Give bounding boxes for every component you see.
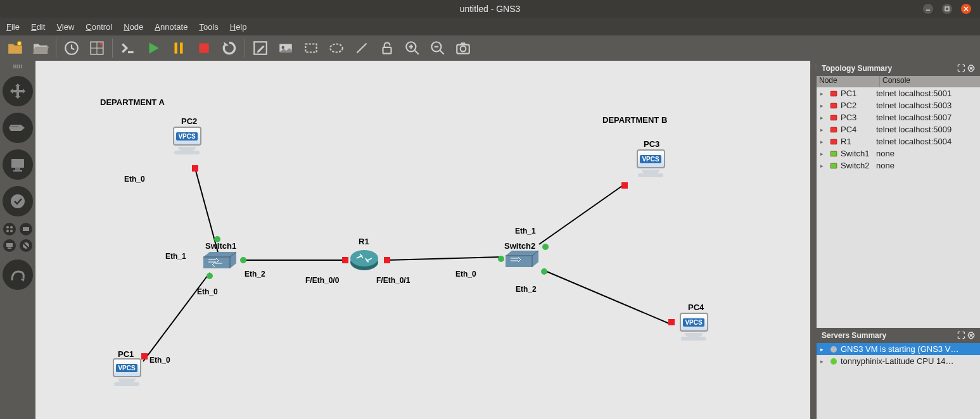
all-devices-icon[interactable]: [3, 223, 16, 235]
open-project-icon[interactable]: [28, 37, 53, 59]
topology-summary-header[interactable]: Topology Summary ⛶⮾: [817, 61, 980, 76]
table-row[interactable]: ▸PC4telnet localhost:5009: [817, 123, 980, 135]
minimize-button[interactable]: [923, 4, 933, 14]
node-pc3[interactable]: VPCS: [632, 149, 669, 185]
svg-point-4: [17, 41, 22, 46]
svg-line-19: [357, 43, 366, 53]
screenshot-icon[interactable]: [450, 37, 476, 59]
close-panel-icon[interactable]: ⮾: [967, 64, 975, 73]
zoom-out-icon[interactable]: [425, 37, 450, 59]
right-panel: Topology Summary ⛶⮾ Node Console ▸PC1tel…: [817, 61, 980, 419]
svg-rect-39: [6, 243, 13, 247]
label-dept-a: DEPARTMENT A: [100, 97, 165, 107]
menu-file[interactable]: File: [6, 22, 20, 32]
close-panel-icon[interactable]: ⮾: [967, 331, 975, 340]
server-row[interactable]: ▸GNS3 VM is starting (GNS3 V…: [817, 343, 980, 355]
svg-point-33: [11, 194, 25, 208]
node-pc1[interactable]: VPCS: [108, 358, 145, 394]
node-switch2[interactable]: [504, 249, 540, 268]
svg-point-36: [6, 230, 9, 232]
topology-rows: ▸PC1telnet localhost:5001▸PC2telnet loca…: [817, 87, 980, 328]
stop-icon[interactable]: [191, 37, 217, 59]
rect-select-icon[interactable]: [298, 37, 324, 59]
port-pc1[interactable]: [141, 353, 148, 360]
col-node[interactable]: Node: [817, 76, 880, 87]
grid-icon[interactable]: [84, 37, 110, 59]
line-icon[interactable]: [349, 37, 374, 59]
end-devices-icon[interactable]: [3, 149, 33, 180]
vpcs-badge: VPCS: [640, 155, 661, 163]
menu-control[interactable]: Control: [86, 22, 112, 32]
port-pc4[interactable]: [668, 319, 675, 325]
port-sw2-e1[interactable]: [542, 244, 549, 250]
topology-table-header: Node Console: [817, 76, 980, 87]
servers-summary-header[interactable]: Servers Summary ⛶⮾: [817, 328, 980, 343]
iface-sw2-eth2: Eth_2: [516, 285, 537, 294]
cloud-devices-icon[interactable]: [20, 223, 32, 235]
zoom-in-icon[interactable]: [400, 37, 425, 59]
menu-edit[interactable]: Edit: [31, 22, 45, 32]
reload-icon[interactable]: [217, 37, 242, 59]
menu-view[interactable]: View: [56, 22, 74, 32]
port-pc3[interactable]: [621, 182, 628, 189]
col-console[interactable]: Console: [880, 76, 980, 87]
maximize-button[interactable]: [942, 4, 952, 14]
ellipse-select-icon[interactable]: [324, 37, 349, 59]
port-sw2-e2[interactable]: [541, 268, 547, 275]
security-devices-icon[interactable]: [3, 186, 33, 216]
annotate-icon[interactable]: [248, 37, 273, 59]
switch1-label: Switch1: [205, 241, 236, 251]
svg-point-29: [461, 46, 466, 52]
console-icon[interactable]: [115, 37, 141, 59]
menu-tools[interactable]: Tools: [199, 22, 218, 32]
vpcs-badge: VPCS: [176, 132, 197, 141]
port-sw1-e2[interactable]: [240, 257, 246, 263]
port-sw1-e0[interactable]: [207, 273, 213, 279]
node-pc4[interactable]: VPCS: [675, 313, 712, 348]
port-pc2[interactable]: [192, 165, 198, 172]
node-r1[interactable]: [349, 247, 379, 272]
play-icon[interactable]: [141, 37, 166, 59]
routers-icon[interactable]: [3, 76, 33, 106]
pause-icon[interactable]: [166, 37, 191, 59]
svg-point-16: [282, 46, 284, 49]
add-link-icon[interactable]: [3, 260, 33, 290]
iface-pc2-eth0: Eth_0: [124, 175, 145, 184]
table-row[interactable]: ▸R1telnet localhost:5004: [817, 135, 980, 147]
table-row[interactable]: ▸PC3telnet localhost:5007: [817, 111, 980, 123]
undock-icon[interactable]: ⛶: [957, 64, 965, 73]
table-row[interactable]: ▸Switch2none: [817, 159, 980, 172]
image-icon[interactable]: [273, 37, 298, 59]
node-switch1[interactable]: [202, 251, 238, 270]
node-pc2[interactable]: VPCS: [169, 127, 205, 162]
port-sw1-e1[interactable]: [214, 236, 220, 242]
table-row[interactable]: ▸PC1telnet localhost:5001: [817, 87, 980, 99]
canvas[interactable]: ⋮⋮ DEPARTMENT A DEPARTMENT B PC2 VPCS Et…: [35, 61, 817, 419]
r1-label: R1: [359, 237, 369, 246]
switches-icon[interactable]: [3, 113, 33, 143]
port-r1-f01[interactable]: [384, 257, 390, 263]
svg-rect-40: [8, 247, 11, 249]
dock-devices-icon[interactable]: [3, 239, 16, 252]
undock-icon[interactable]: ⛶: [957, 331, 965, 340]
port-sw2-e0[interactable]: [498, 256, 504, 262]
toolbar: [0, 35, 980, 61]
server-row[interactable]: ▸tonnyphinix-Latitude CPU 14…: [817, 355, 980, 367]
close-button[interactable]: [961, 4, 971, 14]
iface-pc1-eth0: Eth_0: [150, 356, 170, 365]
lock-icon[interactable]: [374, 37, 400, 59]
menu-help[interactable]: Help: [230, 22, 247, 32]
stop-devices-icon[interactable]: [20, 239, 32, 252]
menu-node[interactable]: Node: [124, 22, 143, 32]
topology-summary-title: Topology Summary: [822, 64, 892, 73]
svg-rect-17: [305, 44, 316, 53]
svg-rect-54: [830, 127, 837, 132]
svg-rect-55: [830, 139, 837, 144]
table-row[interactable]: ▸Switch1none: [817, 147, 980, 159]
port-r1-f00[interactable]: [342, 257, 348, 263]
new-project-icon[interactable]: [3, 37, 28, 59]
menu-annotate[interactable]: Annotate: [155, 22, 188, 32]
clock-icon[interactable]: [59, 37, 84, 59]
table-row[interactable]: ▸PC2telnet localhost:5003: [817, 99, 980, 111]
iface-sw2-eth0: Eth_0: [455, 270, 476, 278]
